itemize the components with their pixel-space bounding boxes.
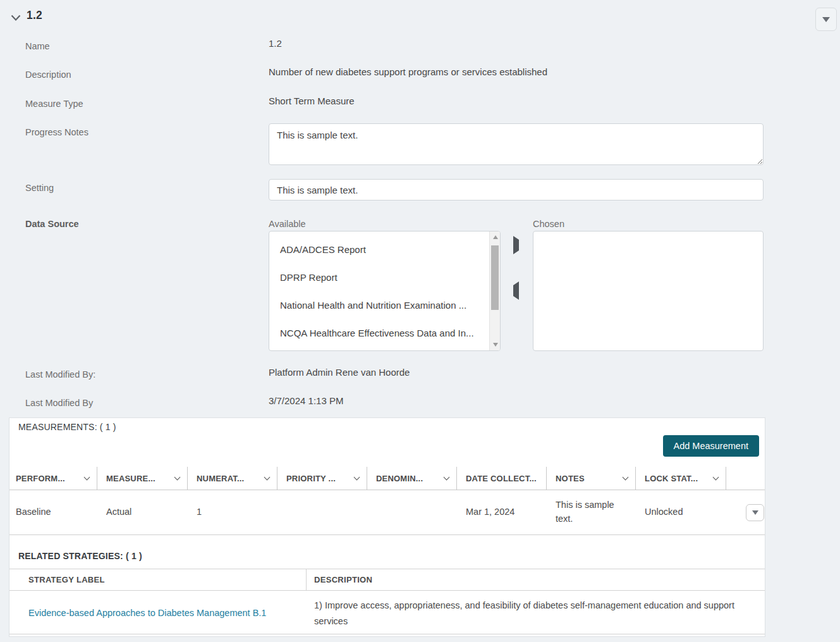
column-header-performance[interactable]: PERFORM... xyxy=(9,467,97,490)
measure-type-value: Short Term Measure xyxy=(269,96,355,106)
last-modified-by-name-label: Last Modified By: xyxy=(25,369,95,380)
last-modified-by-date-value: 3/7/2024 1:13 PM xyxy=(269,395,343,406)
column-header-denominator[interactable]: DENOMIN... xyxy=(367,467,457,490)
list-item[interactable]: DPRP Report xyxy=(269,263,500,291)
name-label: Name xyxy=(25,41,50,51)
column-header-lock-status[interactable]: LOCK STAT... xyxy=(636,467,726,490)
column-header-date-collected[interactable]: DATE COLLECT... xyxy=(457,467,547,490)
chosen-listbox[interactable] xyxy=(533,231,764,351)
strategy-label-cell: Evidence-based Approaches to Diabetes Ma… xyxy=(9,591,307,634)
actions-cell xyxy=(726,490,772,534)
chevron-down-icon[interactable] xyxy=(264,474,271,481)
denominator-cell xyxy=(367,490,457,534)
list-item[interactable]: NCQA Healthcare Effectiveness Data and I… xyxy=(269,319,500,347)
strategy-description-cell: 1) Improve access, appropriateness, and … xyxy=(307,591,765,634)
chevron-down-icon[interactable] xyxy=(623,474,629,481)
date-collected-cell: Mar 1, 2024 xyxy=(457,490,547,534)
move-right-icon[interactable] xyxy=(513,240,519,251)
name-value: 1.2 xyxy=(269,38,282,49)
measurements-panel: MEASUREMENTS: ( 1 ) Add Measurement PERF… xyxy=(9,417,765,637)
column-header-description: DESCRIPTION xyxy=(307,569,765,590)
notes-cell: This is sample text. xyxy=(547,490,636,534)
scrollbar-thumb[interactable] xyxy=(491,245,499,310)
scroll-up-icon[interactable] xyxy=(490,231,501,243)
scroll-down-icon[interactable] xyxy=(490,339,501,350)
priority-cell xyxy=(277,490,367,534)
measure-cell: Actual xyxy=(97,490,188,534)
progress-notes-textarea[interactable]: This is sample text. xyxy=(269,123,764,165)
performance-cell: Baseline xyxy=(9,490,97,534)
header-menu-button[interactable] xyxy=(815,8,837,31)
available-list-scrollbar[interactable] xyxy=(489,231,500,350)
available-list-label: Available xyxy=(269,219,306,229)
strategy-description-text: 1) Improve access, appropriateness, and … xyxy=(314,598,734,629)
column-header-measure[interactable]: MEASURE... xyxy=(97,467,188,490)
available-list-items: ADA/ADCES Report DPRP Report National He… xyxy=(269,231,500,347)
available-listbox: ADA/ADCES Report DPRP Report National He… xyxy=(269,231,501,351)
strategy-table-row: Evidence-based Approaches to Diabetes Ma… xyxy=(9,591,765,634)
setting-label: Setting xyxy=(25,183,54,193)
description-label: Description xyxy=(25,70,71,80)
chosen-list-label: Chosen xyxy=(533,219,564,229)
move-left-icon[interactable] xyxy=(513,285,519,297)
data-source-label: Data Source xyxy=(25,219,79,229)
column-header-strategy-label: STRATEGY LABEL xyxy=(9,569,307,590)
chevron-down-icon[interactable] xyxy=(84,474,90,481)
chevron-down-icon[interactable] xyxy=(444,474,450,481)
description-value: Number of new diabetes support programs … xyxy=(269,66,547,77)
caret-down-icon xyxy=(822,17,830,22)
strategies-table-header: STRATEGY LABEL DESCRIPTION xyxy=(9,569,765,591)
list-item[interactable]: ADA/ADCES Report xyxy=(269,235,500,263)
last-modified-by-name-value: Platform Admin Rene van Hoorde xyxy=(269,367,410,378)
caret-down-icon xyxy=(752,510,758,515)
measurements-table-header: PERFORM... MEASURE... NUMERAT... PRIORIT… xyxy=(9,467,765,490)
related-strategies-section-title: RELATED STRATEGIES: ( 1 ) xyxy=(18,551,142,561)
numerator-cell: 1 xyxy=(188,490,277,534)
strategy-link[interactable]: Evidence-based Approaches to Diabetes Ma… xyxy=(28,608,266,618)
chevron-down-icon[interactable] xyxy=(354,474,360,481)
setting-input[interactable] xyxy=(269,179,764,201)
measure-type-label: Measure Type xyxy=(25,99,83,109)
chevron-down-icon[interactable] xyxy=(174,474,181,481)
progress-notes-label: Progress Notes xyxy=(25,127,88,137)
row-menu-button[interactable] xyxy=(746,504,764,521)
measurements-section-title: MEASUREMENTS: ( 1 ) xyxy=(18,422,116,432)
column-header-actions xyxy=(726,467,765,490)
measurement-table-row: Baseline Actual 1 Mar 1, 2024 This is sa… xyxy=(9,490,765,535)
column-header-priority[interactable]: PRIORITY ... xyxy=(277,467,367,490)
page-title: 1.2 xyxy=(27,9,42,22)
column-header-notes[interactable]: NOTES xyxy=(547,467,636,490)
measure-detail-page: 1.2 Name Description Measure Type Progre… xyxy=(0,0,840,642)
lock-status-cell: Unlocked xyxy=(636,490,726,534)
chevron-down-icon[interactable] xyxy=(11,13,21,24)
last-modified-by-date-label: Last Modified By xyxy=(25,398,93,408)
add-measurement-button[interactable]: Add Measurement xyxy=(663,435,759,457)
list-item[interactable]: National Health and Nutrition Examinatio… xyxy=(269,291,500,319)
column-header-numerator[interactable]: NUMERAT... xyxy=(188,467,277,490)
chevron-down-icon[interactable] xyxy=(713,474,719,481)
